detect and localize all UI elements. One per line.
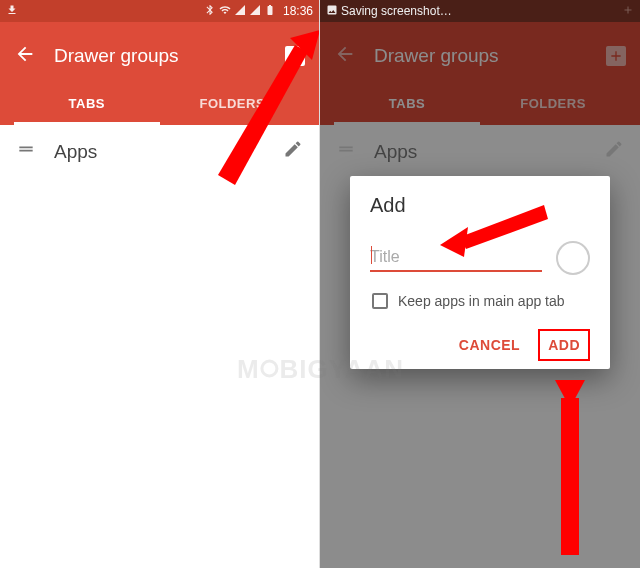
app-bar: Drawer groups TABS FOLDERS (0, 22, 319, 125)
status-bar: 18:36 (0, 0, 319, 22)
content-area: Apps (0, 125, 319, 568)
add-dialog: Add Keep apps in main app tab CANCEL ADD (350, 176, 610, 369)
signal-icon (249, 4, 261, 18)
signal-icon (234, 4, 246, 18)
checkbox-label: Keep apps in main app tab (398, 293, 565, 309)
tab-bar: TABS FOLDERS (14, 84, 305, 125)
keep-apps-checkbox-row[interactable]: Keep apps in main app tab (372, 293, 590, 309)
add-group-button (606, 46, 626, 66)
image-icon (326, 4, 338, 18)
status-note: Saving screenshot… (341, 4, 452, 18)
cancel-button[interactable]: CANCEL (449, 329, 530, 361)
color-picker-circle[interactable] (556, 241, 590, 275)
battery-icon (264, 4, 276, 18)
tab-tabs: TABS (334, 84, 480, 125)
list-item[interactable]: Apps (0, 125, 319, 178)
list-item: Apps (320, 125, 640, 178)
list-item-label: Apps (54, 141, 265, 163)
checkbox-icon[interactable] (372, 293, 388, 309)
page-title: Drawer groups (54, 45, 267, 67)
wifi-icon (219, 4, 231, 18)
status-bar: Saving screenshot… (320, 0, 640, 22)
phone-screen-left: 18:36 Drawer groups TABS FOLDERS Apps (0, 0, 320, 568)
watermark: MBIGYAAN (237, 354, 404, 385)
download-icon (6, 4, 18, 18)
edit-pencil-icon[interactable] (283, 139, 303, 164)
drag-handle-icon (336, 139, 356, 164)
tab-folders: FOLDERS (480, 84, 626, 125)
dialog-title: Add (370, 194, 590, 217)
back-arrow-icon[interactable] (14, 43, 36, 69)
edit-pencil-icon (604, 139, 624, 164)
tab-tabs[interactable]: TABS (14, 84, 160, 125)
clock-text: 18:36 (283, 4, 313, 18)
tab-folders[interactable]: FOLDERS (160, 84, 306, 125)
drag-handle-icon[interactable] (16, 139, 36, 164)
text-cursor (371, 246, 372, 264)
list-item-label: Apps (374, 141, 586, 163)
add-button[interactable]: ADD (538, 329, 590, 361)
page-title: Drawer groups (374, 45, 588, 67)
tab-bar: TABS FOLDERS (334, 84, 626, 125)
back-arrow-icon (334, 43, 356, 69)
bluetooth-icon (204, 4, 216, 18)
app-bar: Drawer groups TABS FOLDERS (320, 22, 640, 125)
add-group-button[interactable] (285, 46, 305, 66)
add-icon (622, 4, 634, 18)
title-input[interactable] (370, 244, 542, 272)
phone-screen-right: Saving screenshot… Drawer groups TABS FO… (320, 0, 640, 568)
